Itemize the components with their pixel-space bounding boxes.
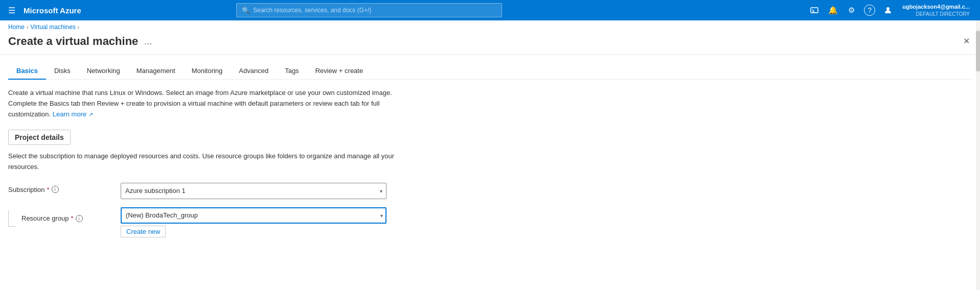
create-new-button[interactable]: Create new bbox=[121, 226, 166, 237]
subscription-select[interactable]: Azure subscription 1 bbox=[121, 183, 386, 199]
subscription-row: Subscription * i Azure subscription 1 ▾ bbox=[8, 183, 468, 199]
scrollbar[interactable] bbox=[976, 20, 980, 246]
external-link-icon: ↗ bbox=[88, 111, 93, 117]
project-details-description: Select the subscription to manage deploy… bbox=[8, 151, 397, 173]
subscription-select-wrapper: Azure subscription 1 ▾ bbox=[121, 183, 386, 199]
svg-rect-0 bbox=[811, 8, 818, 13]
resource-group-label: Resource group bbox=[21, 214, 69, 222]
tab-tags[interactable]: Tags bbox=[277, 63, 307, 80]
page-header: Create a virtual machine ... ✕ bbox=[0, 33, 980, 55]
resource-group-required: * bbox=[71, 214, 74, 222]
tab-disks[interactable]: Disks bbox=[46, 63, 79, 80]
project-details-section-title: Project details bbox=[8, 130, 71, 145]
resource-group-control: (New) BrodaTech_group ▾ Create new bbox=[121, 207, 468, 237]
user-directory: DEFAULT DIRECTORY bbox=[916, 11, 970, 17]
page-title: Create a virtual machine bbox=[8, 35, 138, 48]
content-area: Basics Disks Networking Management Monit… bbox=[8, 55, 972, 246]
breadcrumb-separator-1: › bbox=[27, 25, 28, 30]
subscription-label: Subscription bbox=[8, 186, 45, 194]
page-description: Create a virtual machine that runs Linux… bbox=[8, 88, 417, 119]
search-icon: 🔍 bbox=[242, 7, 250, 14]
svg-point-2 bbox=[886, 7, 890, 10]
resource-group-select[interactable]: (New) BrodaTech_group bbox=[121, 207, 386, 224]
breadcrumb-virtual-machines[interactable]: Virtual machines bbox=[30, 23, 76, 31]
main-content: Basics Disks Networking Management Monit… bbox=[0, 55, 980, 246]
tab-monitoring[interactable]: Monitoring bbox=[184, 63, 231, 80]
more-options-button[interactable]: ... bbox=[144, 36, 152, 47]
profile-icon[interactable] bbox=[880, 2, 896, 18]
subscription-label-area: Subscription * i bbox=[8, 183, 121, 194]
learn-more-link[interactable]: Learn more ↗ bbox=[53, 110, 93, 118]
help-icon[interactable]: ? bbox=[864, 5, 875, 16]
breadcrumb: Home › Virtual machines › bbox=[0, 20, 980, 33]
resource-group-info-icon[interactable]: i bbox=[76, 215, 83, 222]
tab-advanced[interactable]: Advanced bbox=[231, 63, 277, 80]
resource-group-label-area: Resource group * i bbox=[8, 207, 121, 227]
search-input[interactable] bbox=[253, 7, 496, 14]
subscription-info-icon[interactable]: i bbox=[52, 186, 59, 193]
tab-bar: Basics Disks Networking Management Monit… bbox=[8, 55, 972, 80]
tab-management[interactable]: Management bbox=[128, 63, 184, 80]
scrollbar-thumb[interactable] bbox=[976, 31, 980, 71]
user-email: ugbojackson4@gmail.c... bbox=[902, 3, 970, 10]
notifications-icon[interactable]: 🔔 bbox=[825, 2, 841, 18]
tab-basics[interactable]: Basics bbox=[8, 63, 46, 80]
resource-group-select-wrapper: (New) BrodaTech_group ▾ bbox=[121, 207, 386, 224]
subscription-control: Azure subscription 1 ▾ bbox=[121, 183, 468, 199]
settings-icon[interactable]: ⚙ bbox=[843, 2, 859, 18]
app-title: Microsoft Azure bbox=[24, 6, 81, 15]
subscription-required: * bbox=[47, 186, 50, 194]
hamburger-icon[interactable]: ☰ bbox=[6, 4, 17, 17]
search-bar[interactable]: 🔍 bbox=[236, 3, 502, 17]
resource-group-row: Resource group * i (New) BrodaTech_group… bbox=[8, 207, 468, 237]
close-button[interactable]: ✕ bbox=[961, 35, 972, 47]
cloud-shell-icon[interactable] bbox=[806, 2, 823, 18]
tab-networking[interactable]: Networking bbox=[79, 63, 128, 80]
breadcrumb-separator-2: › bbox=[78, 25, 79, 30]
user-info[interactable]: ugbojackson4@gmail.c... DEFAULT DIRECTOR… bbox=[898, 3, 974, 17]
nav-icons: 🔔 ⚙ ? ugbojackson4@gmail.c... DEFAULT DI… bbox=[806, 2, 974, 18]
top-navigation: ☰ Microsoft Azure 🔍 🔔 ⚙ ? ugbojackson4@g… bbox=[0, 0, 980, 20]
tab-review-create[interactable]: Review + create bbox=[307, 63, 372, 80]
breadcrumb-home[interactable]: Home bbox=[8, 23, 25, 31]
